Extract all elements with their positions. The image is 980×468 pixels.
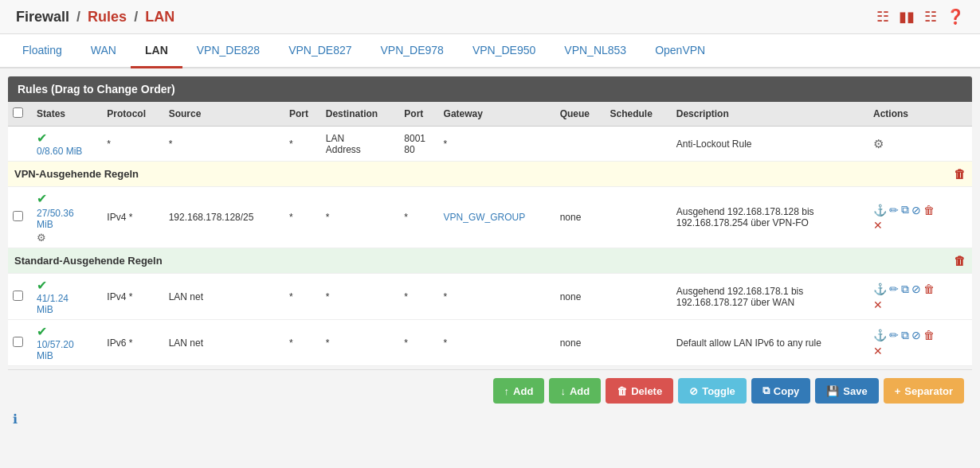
row4-checkbox[interactable]: [13, 337, 23, 347]
edit-icon[interactable]: ✏: [889, 329, 899, 341]
row2-states: ✔ 27/50.36MiB ⚙: [32, 187, 102, 248]
row3-checkbox[interactable]: [13, 291, 23, 301]
vpn-gw-group-link[interactable]: VPN_GW_GROUP: [444, 212, 526, 223]
row2-checkbox-cell: [8, 187, 32, 248]
edit-icon[interactable]: ✏: [889, 283, 899, 295]
toggle-icon: ⊘: [689, 385, 698, 397]
delete-icon: 🗑: [617, 385, 627, 397]
trash-icon[interactable]: 🗑: [923, 283, 935, 295]
col-schedule: Schedule: [606, 102, 672, 127]
row1-states[interactable]: 0/8.60 MiB: [37, 146, 82, 157]
row4-protocol: IPv6 *: [102, 320, 163, 366]
block-icon[interactable]: ⊘: [911, 329, 921, 341]
anchor-icon[interactable]: ⚓: [873, 204, 887, 216]
times-icon[interactable]: ✕: [873, 298, 883, 311]
row2-gateway: VPN_GW_GROUP: [439, 187, 555, 248]
col-protocol: Protocol: [102, 102, 163, 127]
copy-button[interactable]: ⧉ Copy: [751, 378, 811, 404]
separator-vpn-label: VPN-Ausgehende Regeln: [8, 162, 868, 187]
table-row: ✔ 41/1.24MiB IPv4 * LAN net * * * * none…: [8, 274, 972, 320]
tab-vpn-de827[interactable]: VPN_DE827: [274, 34, 366, 68]
select-all-checkbox[interactable]: [13, 107, 23, 118]
main-content: Rules (Drag to Change Order) States Prot…: [0, 68, 980, 435]
save-button[interactable]: 💾 Save: [815, 378, 878, 404]
tab-lan[interactable]: LAN: [131, 34, 182, 68]
col-actions: Actions: [868, 102, 972, 127]
tab-floating[interactable]: Floating: [8, 34, 76, 68]
table-row: ✔ 0/8.60 MiB * * * LANAddress 800180 * A…: [8, 127, 972, 162]
row4-states-link[interactable]: 10/57.20MiB: [37, 339, 74, 361]
table-title: Rules (Drag to Change Order): [8, 76, 972, 102]
row1-enabled: ✔ 0/8.60 MiB: [32, 127, 102, 162]
tab-openvpn[interactable]: OpenVPN: [641, 34, 719, 68]
filter-icon[interactable]: ☷: [876, 8, 889, 25]
toggle-button[interactable]: ⊘ Toggle: [678, 378, 747, 404]
copy-icon[interactable]: ⧉: [901, 329, 909, 342]
row4-description: Default allow LAN IPv6 to any rule: [672, 320, 868, 366]
row4-states: ✔ 10/57.20MiB: [32, 320, 102, 366]
row4-queue: none: [555, 320, 606, 366]
separator-vpn: VPN-Ausgehende Regeln 🗑: [8, 162, 972, 187]
times-icon[interactable]: ✕: [873, 219, 883, 232]
row3-checkbox-cell: [8, 274, 32, 320]
row1-action-icons: ⚙: [873, 137, 945, 151]
tab-vpn-nl853[interactable]: VPN_NL853: [550, 34, 641, 68]
bar-chart-icon[interactable]: ▮▮: [899, 8, 915, 25]
row2-src-port: *: [284, 187, 321, 248]
table-icon[interactable]: ☷: [924, 8, 937, 25]
row4-gateway: *: [439, 320, 555, 366]
separator-button[interactable]: + Separator: [884, 378, 964, 404]
row3-dst-port: *: [399, 274, 438, 320]
add-top-button[interactable]: ↑ Add: [493, 378, 545, 404]
row2-checkbox[interactable]: [13, 211, 23, 221]
col-destination: Destination: [321, 102, 400, 127]
anchor-icon[interactable]: ⚓: [873, 283, 887, 295]
tab-vpn-de978[interactable]: VPN_DE978: [367, 34, 458, 68]
info-icon[interactable]: ℹ: [8, 408, 22, 431]
trash-icon[interactable]: 🗑: [923, 204, 935, 216]
row3-states-link[interactable]: 41/1.24MiB: [37, 293, 69, 315]
separator-vpn-actions: 🗑: [868, 162, 972, 187]
tab-vpn-de950[interactable]: VPN_DE950: [458, 34, 550, 68]
row2-states-link[interactable]: 27/50.36MiB: [37, 208, 97, 230]
tab-wan[interactable]: WAN: [76, 34, 131, 68]
anchor-icon[interactable]: ⚓: [873, 329, 887, 341]
save-icon: 💾: [826, 385, 839, 397]
breadcrumb-firewall: Firewall: [16, 9, 69, 25]
col-states: States: [32, 102, 102, 127]
row1-schedule: [606, 127, 672, 162]
add-bottom-icon: ↓: [560, 385, 566, 397]
row2-actions: ⚓ ✏ ⧉ ⊘ 🗑 ✕: [868, 187, 972, 248]
help-icon[interactable]: ❓: [947, 8, 964, 25]
edit-icon[interactable]: ✏: [889, 204, 899, 216]
delete-button[interactable]: 🗑 Delete: [606, 378, 673, 404]
copy-icon[interactable]: ⧉: [901, 203, 909, 216]
breadcrumb-rules[interactable]: Rules: [88, 9, 127, 25]
breadcrumb-lan[interactable]: LAN: [145, 9, 174, 25]
breadcrumb: Firewall / Rules / LAN: [16, 9, 174, 25]
gear-small-icon[interactable]: ⚙: [37, 232, 97, 244]
settings-icon[interactable]: ⚙: [873, 137, 884, 151]
add-bottom-button[interactable]: ↓ Add: [549, 378, 601, 404]
header-icons: ☷ ▮▮ ☷ ❓: [876, 8, 964, 25]
times-icon[interactable]: ✕: [873, 345, 883, 357]
row2-action-icons: ⚓ ✏ ⧉ ⊘ 🗑 ✕: [873, 203, 945, 232]
row3-action-icons: ⚓ ✏ ⧉ ⊘ 🗑 ✕: [873, 283, 945, 311]
tab-vpn-de828[interactable]: VPN_DE828: [182, 34, 274, 68]
tabs: Floating WAN LAN VPN_DE828 VPN_DE827 VPN…: [0, 34, 980, 68]
row4-schedule: [606, 320, 672, 366]
copy-icon[interactable]: ⧉: [901, 283, 909, 296]
trash-icon[interactable]: 🗑: [954, 254, 966, 267]
separator-label: Separator: [904, 385, 953, 397]
row2-queue: none: [555, 187, 606, 248]
table-header-row: States Protocol Source Port Destination …: [8, 102, 972, 127]
row3-queue: none: [555, 274, 606, 320]
trash-icon[interactable]: 🗑: [954, 167, 966, 181]
separator-standard-actions: 🗑: [868, 248, 972, 274]
row3-gateway: *: [439, 274, 555, 320]
add-top-icon: ↑: [504, 385, 510, 397]
block-icon[interactable]: ⊘: [911, 204, 921, 216]
row3-states: ✔ 41/1.24MiB: [32, 274, 102, 320]
trash-icon[interactable]: 🗑: [923, 329, 935, 341]
block-icon[interactable]: ⊘: [911, 283, 921, 295]
